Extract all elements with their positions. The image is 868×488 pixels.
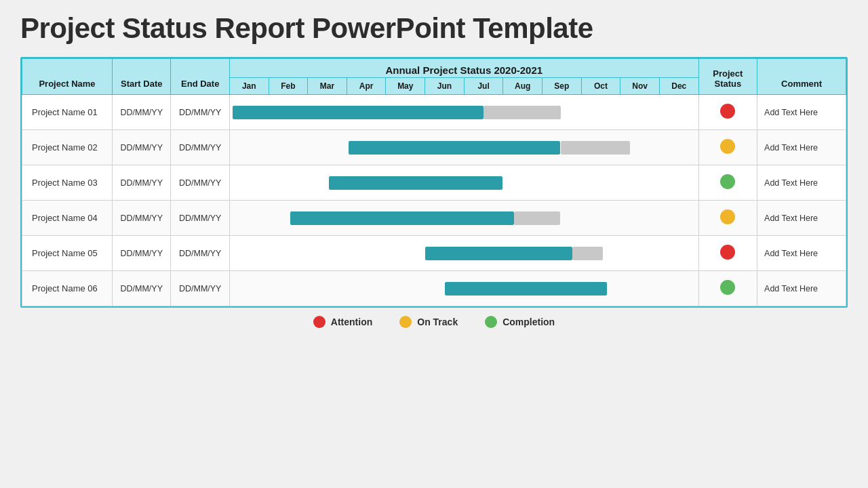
month-header-apr: Apr xyxy=(347,78,386,95)
row-start-3: DD/MM/YY xyxy=(113,165,171,201)
col-project-status-header: Project Status xyxy=(698,59,757,95)
bar-gray-row-4 xyxy=(514,211,560,225)
row-name-2: Project Name 02 xyxy=(22,130,113,165)
table-header-row1: Project Name Start Date End Date Annual … xyxy=(22,59,846,78)
row-status-1 xyxy=(698,95,757,130)
row-start-6: DD/MM/YY xyxy=(113,271,171,306)
legend-label-ontrack: On Track xyxy=(417,317,458,327)
row-status-5 xyxy=(698,236,757,271)
month-header-aug: Aug xyxy=(503,78,542,95)
gantt-bar-5 xyxy=(229,236,698,271)
col-comment-header: Comment xyxy=(757,59,846,95)
month-header-feb: Feb xyxy=(269,78,308,95)
gantt-table: Project Name Start Date End Date Annual … xyxy=(22,58,846,306)
annual-label: Annual Project Status 2020-2021 xyxy=(229,59,698,78)
status-dot-yellow-4 xyxy=(720,209,735,224)
month-header-jul: Jul xyxy=(464,78,503,95)
row-comment-3: Add Text Here xyxy=(757,165,846,201)
gantt-bar-2 xyxy=(229,130,698,165)
row-start-1: DD/MM/YY xyxy=(113,95,171,130)
gantt-bar-4 xyxy=(229,201,698,236)
row-name-4: Project Name 04 xyxy=(22,201,113,236)
row-end-4: DD/MM/YY xyxy=(171,201,229,236)
row-end-5: DD/MM/YY xyxy=(171,236,229,271)
row-status-3 xyxy=(698,165,757,201)
gantt-bar-1 xyxy=(229,95,698,130)
row-comment-4: Add Text Here xyxy=(757,201,846,236)
month-header-jun: Jun xyxy=(425,78,465,95)
bar-teal-row-1 xyxy=(233,106,484,119)
table-row: Project Name 04DD/MM/YYDD/MM/YYAdd Text … xyxy=(22,201,846,236)
table-row: Project Name 01DD/MM/YYDD/MM/YYAdd Text … xyxy=(22,95,846,130)
bar-gray-row-1 xyxy=(484,106,561,119)
month-header-nov: Nov xyxy=(620,78,660,95)
status-dot-green-3 xyxy=(720,174,735,189)
row-end-3: DD/MM/YY xyxy=(171,165,229,201)
legend-label-completion: Completion xyxy=(502,317,555,327)
row-comment-2: Add Text Here xyxy=(757,130,846,165)
month-header-mar: Mar xyxy=(308,78,347,95)
bar-teal-row-2 xyxy=(349,141,561,155)
row-comment-1: Add Text Here xyxy=(757,95,846,130)
legend-attention: Attention xyxy=(313,316,372,328)
bar-gray-row-5 xyxy=(572,247,604,260)
row-name-3: Project Name 03 xyxy=(22,165,113,201)
gantt-bar-3 xyxy=(229,165,698,201)
row-start-5: DD/MM/YY xyxy=(113,236,171,271)
bar-teal-row-6 xyxy=(445,282,607,296)
legend-dot-green xyxy=(485,316,497,328)
status-dot-green-6 xyxy=(720,280,735,295)
row-name-5: Project Name 05 xyxy=(22,236,113,271)
row-end-2: DD/MM/YY xyxy=(171,130,229,165)
row-end-6: DD/MM/YY xyxy=(171,271,229,306)
col-project-name-header: Project Name xyxy=(22,59,113,95)
row-status-6 xyxy=(698,271,757,306)
row-status-2 xyxy=(698,130,757,165)
month-header-sep: Sep xyxy=(542,78,582,95)
month-header-jan: Jan xyxy=(229,78,269,95)
row-status-4 xyxy=(698,201,757,236)
status-dot-yellow-2 xyxy=(720,139,735,154)
month-header-may: May xyxy=(386,78,425,95)
page-title: Project Status Report PowerPoint Templat… xyxy=(20,12,848,45)
col-end-date-header: End Date xyxy=(171,59,229,95)
row-start-2: DD/MM/YY xyxy=(113,130,171,165)
col-start-date-header: Start Date xyxy=(113,59,171,95)
legend-dot-red xyxy=(313,316,326,328)
table-row: Project Name 03DD/MM/YYDD/MM/YYAdd Text … xyxy=(22,165,846,201)
legend-completion: Completion xyxy=(485,316,555,328)
month-header-oct: Oct xyxy=(581,78,620,95)
gantt-table-wrapper: Project Name Start Date End Date Annual … xyxy=(20,57,848,308)
bar-teal-row-5 xyxy=(425,247,572,260)
row-name-6: Project Name 06 xyxy=(22,271,113,306)
bar-teal-row-3 xyxy=(329,176,502,190)
status-dot-red-5 xyxy=(720,245,735,260)
gantt-body: Project Name 01DD/MM/YYDD/MM/YYAdd Text … xyxy=(22,95,846,306)
legend-dot-yellow xyxy=(399,316,412,328)
legend-ontrack: On Track xyxy=(399,316,458,328)
status-dot-red-1 xyxy=(720,104,735,119)
row-start-4: DD/MM/YY xyxy=(113,201,171,236)
bar-teal-row-4 xyxy=(290,211,514,225)
gantt-bar-6 xyxy=(229,271,698,306)
table-row: Project Name 06DD/MM/YYDD/MM/YYAdd Text … xyxy=(22,271,846,306)
row-end-1: DD/MM/YY xyxy=(171,95,229,130)
row-name-1: Project Name 01 xyxy=(22,95,113,130)
legend: Attention On Track Completion xyxy=(313,316,555,328)
legend-label-attention: Attention xyxy=(331,317,372,327)
row-comment-5: Add Text Here xyxy=(757,236,846,271)
row-comment-6: Add Text Here xyxy=(757,271,846,306)
table-row: Project Name 05DD/MM/YYDD/MM/YYAdd Text … xyxy=(22,236,846,271)
table-row: Project Name 02DD/MM/YYDD/MM/YYAdd Text … xyxy=(22,130,846,165)
bar-gray-row-2 xyxy=(561,141,630,155)
month-header-dec: Dec xyxy=(659,78,698,95)
